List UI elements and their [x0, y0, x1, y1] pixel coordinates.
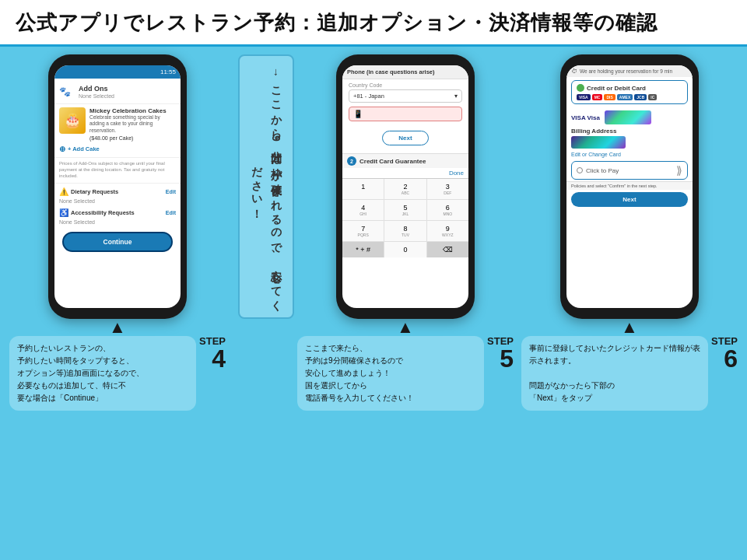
- step4-bubble: 予約したいレストランの、 予約したい時間をタップすると、 オプション等)追加画面…: [9, 336, 196, 411]
- step5-arrow: ▲: [397, 319, 414, 336]
- step4-phone: 11:55 🐾 Add Ons None Selected 🎂 Mickey C…: [48, 54, 187, 319]
- dietary-row: ⚠️Dietary Requests Edit: [54, 185, 181, 198]
- key-4[interactable]: 4GHI: [342, 200, 384, 220]
- visa-row: VISA Visa: [566, 107, 693, 126]
- add-cake-button[interactable]: ⊕ + Add Cake: [54, 142, 181, 156]
- step4-status-bar: 11:55: [54, 65, 181, 79]
- billing-card-image: [571, 136, 626, 149]
- country-input[interactable]: +81 - Japan ▾: [349, 89, 462, 103]
- credit-debit-section: Credit or Debit Card VISA MC DIS AMEX JC…: [571, 80, 688, 104]
- mc-icon: MC: [592, 94, 603, 100]
- key-3[interactable]: 3DEF: [427, 179, 468, 199]
- continue-button[interactable]: Continue: [62, 232, 173, 252]
- cake-image: 🎂: [59, 107, 86, 134]
- amex-icon: AMEX: [617, 94, 633, 100]
- timer-icon: ⏱: [571, 68, 577, 75]
- step5-screen: Phone (in case questions arise) Country …: [342, 65, 468, 308]
- step5-phone-title: Phone (in case questions arise): [342, 65, 468, 79]
- credit-card-header: 2 Credit Card Guarantee: [342, 153, 468, 168]
- phone-input-group: 📱: [349, 107, 462, 121]
- step4-column: 11:55 🐾 Add Ons None Selected 🎂 Mickey C…: [9, 54, 226, 411]
- key-5[interactable]: 5JKL: [384, 200, 426, 220]
- key-6[interactable]: 6MNO: [427, 200, 468, 220]
- addon-title: Add Ons: [74, 82, 119, 93]
- phone-input[interactable]: 📱: [349, 107, 462, 121]
- step4-arrow: ▲: [109, 319, 126, 336]
- step5-column: Phone (in case questions arise) Country …: [297, 54, 514, 411]
- cake-text: Mickey Celebration Cakes Celebrate somet…: [89, 107, 176, 141]
- edit-card-link[interactable]: Edit or Change Card: [566, 150, 693, 159]
- card-icons: VISA MC DIS AMEX JCB IC: [577, 94, 682, 100]
- key-8[interactable]: 8TUV: [384, 221, 426, 241]
- numpad: 1 2ABC 3DEF 4GHI 5JKL 6MNO 7PQRS 8TUV 9W…: [342, 178, 468, 257]
- key-9[interactable]: 9WXYZ: [427, 221, 468, 241]
- phone-notch-5: [382, 54, 429, 62]
- cake-section: 🎂 Mickey Celebration Cakes Celebrate som…: [54, 106, 181, 142]
- step6-screen: ⏱ We are holding your reservation for 9 …: [566, 65, 693, 308]
- phone-notch-6: [606, 54, 653, 62]
- ic-icon: IC: [648, 94, 657, 100]
- step6-phone: ⏱ We are holding your reservation for 9 …: [560, 54, 699, 319]
- key-backspace[interactable]: ⌫: [427, 242, 468, 257]
- card-selected-icon: [577, 84, 584, 92]
- discover-icon: DIS: [604, 94, 615, 100]
- page-header: 公式アプリでレストラン予約：追加オプション・決済情報等の確認: [0, 0, 747, 47]
- next-button-6[interactable]: Next: [571, 192, 688, 207]
- addon-sub: None Selected: [74, 93, 119, 102]
- next-button-5[interactable]: Next: [382, 131, 429, 145]
- click-to-pay-section: Click to Pay ⟫: [571, 161, 688, 180]
- step4-screen: 11:55 🐾 Add Ons None Selected 🎂 Mickey C…: [54, 65, 181, 308]
- click-to-pay[interactable]: Click to Pay: [577, 167, 619, 174]
- key-2[interactable]: 2ABC: [384, 179, 426, 199]
- key-1[interactable]: 1: [342, 179, 384, 199]
- click-to-pay-radio[interactable]: [577, 167, 583, 173]
- visa-card-image: [605, 110, 651, 124]
- annotation-box: →ここから9分間は枠が確保されるので、安心してください！: [238, 54, 294, 319]
- timer-bar: ⏱ We are holding your reservation for 9 …: [566, 65, 693, 77]
- jcb-icon: JCB: [634, 94, 647, 100]
- step5-bubble: ここまで来たら、 予約は9分間確保されるので 安心して進めましょう！ 国を選択し…: [297, 336, 484, 411]
- page-title: 公式アプリでレストラン予約：追加オプション・決済情報等の確認: [16, 9, 731, 37]
- phone-notch: [94, 54, 141, 62]
- step6-column: ⏱ We are holding your reservation for 9 …: [521, 54, 738, 411]
- key-star[interactable]: * + #: [342, 242, 384, 257]
- visa-icon: VISA: [577, 94, 591, 100]
- accessibility-row: ♿Accessibility Requests Edit: [54, 206, 181, 219]
- step6-arrow: ▲: [621, 319, 638, 336]
- key-0[interactable]: 0: [384, 242, 426, 257]
- policy-bar: Policies and select "Confirm" in the nex…: [566, 181, 693, 190]
- step5-phone: Phone (in case questions arise) Country …: [336, 54, 475, 319]
- step6-bubble: 事前に登録しておいたクレジットカード情報が表示されます。 問題がなかったら下部の…: [521, 336, 708, 411]
- done-button[interactable]: Done: [342, 168, 468, 178]
- card-header: Credit or Debit Card: [577, 84, 682, 92]
- step5-form-area: Country Code +81 - Japan ▾ 📱 Next: [342, 79, 468, 153]
- click-to-pay-arrow: ⟫: [676, 164, 682, 177]
- addon-note: Prices of Add-Ons subject to change unti…: [54, 159, 181, 180]
- billing-section: Billing Address: [566, 126, 693, 150]
- key-7[interactable]: 7PQRS: [342, 221, 384, 241]
